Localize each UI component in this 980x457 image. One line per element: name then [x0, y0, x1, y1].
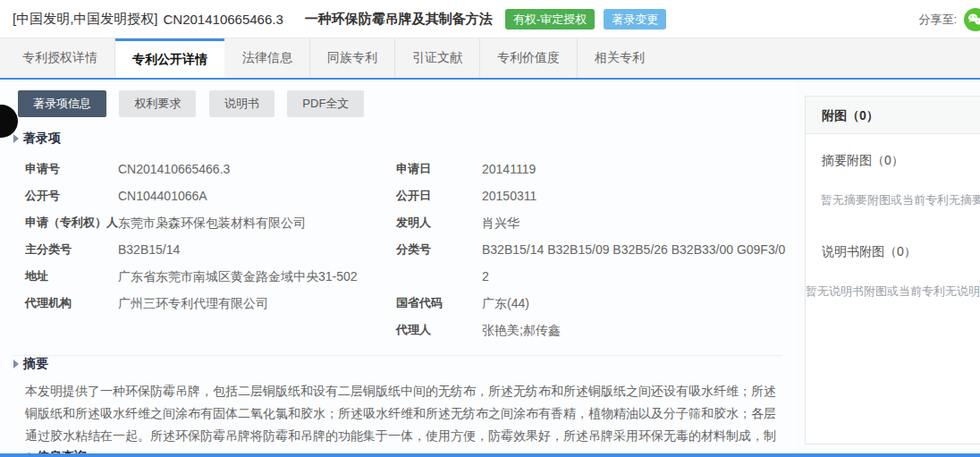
field-row: 国省代码广东(44) [396, 290, 790, 317]
field-value: B32B15/14 B32B15/09 B32B5/26 B32B33/00 G… [482, 236, 790, 290]
tab-label: 同族专利 [327, 50, 377, 66]
field-label: 公开日 [396, 182, 482, 209]
abstract-figures-label: 摘要附图（0） [822, 153, 980, 169]
field-value: 东莞市枭森环保包装材料有限公司 [118, 209, 306, 236]
abstract-figures-empty-text: 暂无摘要附图或当前专利无摘要附图 [806, 192, 980, 208]
field-label: 公开号 [25, 182, 118, 209]
field-row: 公开日20150311 [396, 182, 790, 209]
field-row: 代理机构广州三环专利代理有限公司 [25, 290, 396, 317]
field-value: 20150311 [482, 182, 790, 209]
abstract-text: 本发明提供了一种环保防霉吊牌，包括二层铜版纸和设有二层铜版纸中间的无纺布，所述无… [25, 380, 776, 455]
tab-legal-info[interactable]: 法律信息 [225, 38, 310, 78]
field-label: 国省代码 [396, 290, 482, 317]
tab-label: 专利价值度 [497, 50, 560, 66]
tab-label: 法律信息 [242, 50, 292, 66]
field-label: 代理人 [396, 317, 482, 343]
field-value: 肖兴华 [482, 209, 790, 236]
field-value: B32B15/14 [118, 236, 180, 263]
field-row: 申请号CN201410665466.3 [25, 156, 396, 182]
tab-grant-details[interactable]: 专利授权详情 [5, 38, 115, 78]
field-value: CN201410665466.3 [118, 156, 230, 182]
description-figures-empty-text: 暂无说明书附图或当前专利无说明书附图 [806, 284, 980, 300]
field-row: 发明人肖兴华 [396, 209, 790, 236]
section-toolbar: 著录项信息 权利要求 说明书 PDF全文 [0, 80, 796, 117]
fields-right-column: 申请日20141119 公开日20150311 发明人肖兴华 分类号B32B15… [396, 156, 790, 343]
field-label: 申请号 [25, 156, 118, 182]
field-row: 公开号CN104401066A [25, 182, 396, 209]
content-region: 著录项信息 权利要求 说明书 PDF全文 著录项 申请号CN2014106654… [0, 80, 980, 455]
page-header: [中国发明,中国发明授权] CN201410665466.3 一种环保防霉吊牌及… [0, 0, 980, 38]
wechat-share-icon[interactable] [964, 8, 980, 31]
field-row: 申请（专利权）人东莞市枭森环保包装材料有限公司 [25, 209, 396, 236]
tab-label: 专利授权详情 [22, 50, 97, 66]
share-area: 分享至: [918, 0, 980, 38]
fields-left-column: 申请号CN201410665466.3 公开号CN104401066A 申请（专… [25, 156, 396, 343]
tab-related-patents[interactable]: 相关专利 [578, 38, 662, 78]
field-row: 地址广东省东莞市南城区黄金路金域中央31-502 [25, 263, 396, 290]
field-label: 申请日 [396, 156, 482, 182]
tab-patent-value[interactable]: 专利价值度 [480, 38, 578, 78]
description-figures-label: 说明书附图（0） [822, 244, 980, 260]
bottom-accent-bar [0, 453, 980, 457]
tab-bar: 专利授权详情 专利公开详情 法律信息 同族专利 引证文献 专利价值度 相关专利 [0, 38, 980, 80]
bibliography-fields: 申请号CN201410665466.3 公开号CN104401066A 申请（专… [25, 156, 796, 343]
field-row: 申请日20141119 [396, 156, 790, 182]
tab-family-patents[interactable]: 同族专利 [310, 38, 395, 78]
field-label: 地址 [25, 263, 118, 290]
button-pdf-fulltext[interactable]: PDF全文 [287, 90, 364, 117]
field-label: 申请（专利权）人 [25, 209, 118, 236]
field-value: 广东(44) [482, 290, 790, 317]
bibliography-section-header[interactable]: 著录项 [13, 131, 796, 147]
figures-sidebar-title: 附图（0） [806, 97, 980, 134]
section-title: 著录项 [23, 131, 61, 147]
field-value: 广东省东莞市南城区黄金路金域中央31-502 [118, 263, 358, 290]
abstract-section-header[interactable]: 摘要 [13, 355, 782, 372]
patent-title: 一种环保防霉吊牌及其制备方法 [305, 11, 493, 28]
button-bibliographic-info[interactable]: 著录项信息 [18, 90, 106, 117]
patent-type-prefix: [中国发明,中国发明授权] [13, 11, 158, 28]
patent-detail-page: [中国发明,中国发明授权] CN201410665466.3 一种环保防霉吊牌及… [0, 0, 980, 457]
collapse-arrow-icon [13, 360, 19, 368]
tab-label: 引证文献 [412, 50, 462, 66]
share-label: 分享至: [918, 12, 957, 28]
status-badge-record-change: 著录变更 [604, 9, 666, 30]
field-label: 发明人 [396, 209, 482, 236]
field-row: 代理人张艳美;郝传鑫 [396, 317, 790, 343]
button-claims[interactable]: 权利要求 [119, 90, 196, 117]
field-value: 20141119 [482, 156, 790, 182]
collapse-arrow-icon [13, 134, 19, 143]
status-badge-valid: 有权-审定授权 [505, 9, 595, 30]
field-value: CN104401066A [118, 182, 207, 209]
figures-sidebar: 附图（0） 摘要附图（0） 暂无摘要附图或当前专利无摘要附图 说明书附图（0） … [805, 96, 980, 444]
field-label: 主分类号 [25, 236, 118, 263]
tab-cited-documents[interactable]: 引证文献 [395, 38, 480, 78]
field-label: 分类号 [396, 236, 482, 290]
section-title: 摘要 [23, 356, 48, 372]
field-value: 张艳美;郝传鑫 [482, 317, 790, 343]
button-description[interactable]: 说明书 [209, 90, 275, 117]
patent-application-number: CN201410665466.3 [164, 12, 283, 27]
field-value: 广州三环专利代理有限公司 [118, 290, 268, 317]
tab-label: 相关专利 [595, 50, 645, 66]
field-label: 代理机构 [25, 290, 118, 317]
main-panel: 著录项信息 权利要求 说明书 PDF全文 著录项 申请号CN2014106654… [0, 80, 796, 455]
tab-label: 专利公开详情 [132, 52, 207, 68]
field-row: 主分类号B32B15/14 [25, 236, 396, 263]
tab-publication-details[interactable]: 专利公开详情 [115, 38, 224, 78]
field-row: 分类号B32B15/14 B32B15/09 B32B5/26 B32B33/0… [396, 236, 790, 290]
